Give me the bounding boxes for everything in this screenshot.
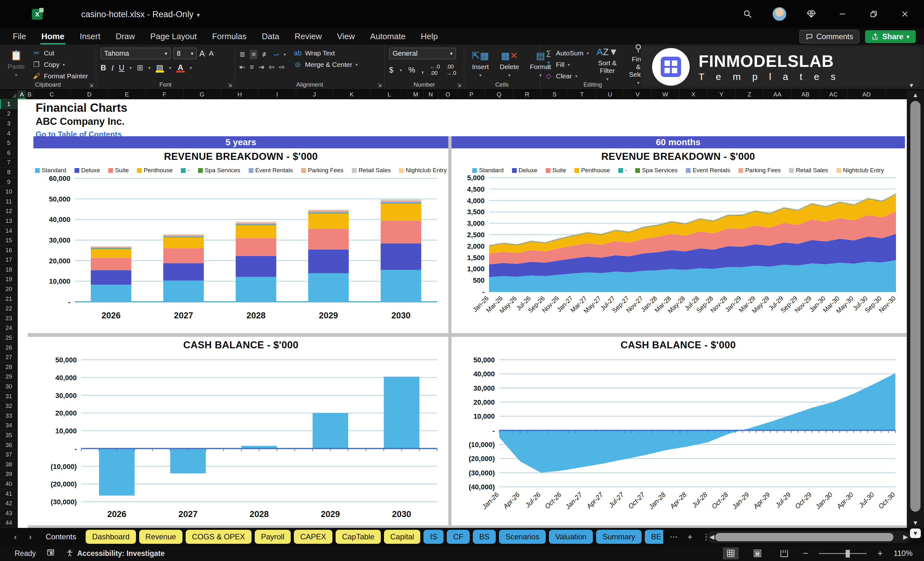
column-header-U[interactable]: U	[596, 90, 624, 99]
column-header-S[interactable]: S	[541, 90, 568, 99]
row-header-24[interactable]: 24	[0, 324, 18, 333]
clipboard-dialog-launcher[interactable]: ⇲	[89, 82, 93, 88]
row-header-18[interactable]: 18	[0, 265, 18, 275]
align-right-button[interactable]: ⇥	[258, 63, 264, 71]
cut-button[interactable]: ✂Cut	[33, 49, 88, 57]
fill-button[interactable]: ↧Fill▾	[544, 60, 589, 69]
row-header-7[interactable]: 7	[0, 158, 18, 168]
row-header-30[interactable]: 30	[0, 382, 18, 392]
comments-button[interactable]: Comments	[800, 30, 860, 43]
autosum-button[interactable]: ∑AutoSum▾	[544, 49, 589, 57]
row-header-11[interactable]: 11	[0, 197, 18, 207]
increase-decimal-button[interactable]: ←.0.00	[430, 64, 440, 76]
ribbon-tab-data[interactable]: Data	[254, 29, 287, 44]
row-header-28[interactable]: 28	[0, 362, 18, 372]
scroll-down-arrow[interactable]: ▼	[907, 519, 924, 526]
row-header-5[interactable]: 5	[0, 138, 18, 148]
copy-button[interactable]: ❐Copy▾	[33, 60, 88, 69]
row-header-39[interactable]: 39	[0, 470, 18, 480]
row-header-34[interactable]: 34	[0, 421, 18, 431]
premium-diamond-icon[interactable]	[805, 8, 818, 20]
row-header-12[interactable]: 12	[0, 207, 18, 216]
zoom-level[interactable]: 110%	[893, 549, 912, 558]
row-header-14[interactable]: 14	[0, 226, 18, 236]
row-header-8[interactable]: 8	[0, 168, 18, 177]
sheet-tab-captable[interactable]: CapTable	[336, 530, 381, 544]
wrap-text-button[interactable]: abWrap Text	[294, 49, 358, 57]
sheet-tab-summary[interactable]: Summary	[596, 530, 642, 544]
sheet-tab-bs[interactable]: BS	[473, 530, 496, 544]
ribbon-tab-help[interactable]: Help	[413, 29, 446, 44]
row-header-32[interactable]: 32	[0, 401, 18, 411]
column-header-F[interactable]: F	[146, 90, 183, 99]
column-header-C[interactable]: C	[33, 90, 70, 99]
search-icon[interactable]	[741, 8, 754, 20]
number-format-select[interactable]: General▾	[389, 48, 456, 59]
ribbon-tab-insert[interactable]: Insert	[72, 29, 108, 44]
column-header-AB[interactable]: AB	[792, 90, 820, 99]
column-header-M[interactable]: M	[408, 90, 423, 99]
row-header-43[interactable]: 43	[0, 508, 18, 518]
page-break-view-button[interactable]	[776, 547, 792, 560]
chart-cash-5y[interactable]: CASH BALANCE - $'000 (30,000)(20,000)(10…	[33, 337, 448, 525]
column-header-Y[interactable]: Y	[708, 90, 735, 99]
row-header-2[interactable]: 2	[0, 109, 18, 119]
column-header-X[interactable]: X	[680, 90, 708, 99]
row-header-13[interactable]: 13	[0, 216, 18, 226]
borders-button[interactable]: ⊞	[137, 63, 143, 72]
row-header-37[interactable]: 37	[0, 450, 18, 460]
row-header-9[interactable]: 9	[0, 177, 18, 187]
sort-filter-button[interactable]: AZ▼Sort & Filter▾	[593, 48, 621, 80]
scroll-down-arrow[interactable]: ▼	[910, 528, 921, 538]
font-name-select[interactable]: Tahoma▾	[100, 48, 171, 59]
sheet-tab-capex[interactable]: CAPEX	[294, 530, 332, 544]
row-header-26[interactable]: 26	[0, 343, 18, 353]
italic-button[interactable]: I	[111, 64, 114, 72]
new-sheet-button[interactable]: +	[684, 532, 695, 542]
sheet-tab-be[interactable]: BE	[645, 530, 663, 544]
sheet-tab-payroll[interactable]: Payroll	[255, 530, 291, 544]
ribbon-tab-view[interactable]: View	[329, 29, 362, 44]
close-button[interactable]	[898, 8, 911, 20]
row-header-19[interactable]: 19	[0, 275, 18, 285]
grow-font-button[interactable]: Aˆ	[200, 49, 206, 58]
column-header-T[interactable]: T	[568, 90, 596, 99]
row-header-44[interactable]: 44	[0, 518, 18, 528]
document-title[interactable]: casino-hotel.xlsx - Read-Only▾	[81, 9, 200, 20]
ribbon-tab-draw[interactable]: Draw	[108, 29, 142, 44]
font-dialog-launcher[interactable]: ⇲	[228, 82, 232, 88]
row-header-21[interactable]: 21	[0, 294, 18, 304]
horizontal-scrollbar[interactable]: ◀ ▶	[707, 531, 910, 543]
scroll-up-arrow[interactable]: ▲	[907, 92, 924, 99]
row-header-25[interactable]: 25	[0, 333, 18, 343]
row-header-38[interactable]: 38	[0, 460, 18, 470]
ribbon-tab-automate[interactable]: Automate	[362, 29, 413, 44]
align-left-button[interactable]: ⇤	[240, 63, 245, 71]
scroll-right-arrow[interactable]: ▶	[903, 533, 908, 541]
column-header-A[interactable]: A	[18, 90, 26, 99]
orientation-button[interactable]: ⥋	[273, 50, 279, 58]
normal-view-button[interactable]	[723, 547, 739, 560]
sheet-tab-revenue[interactable]: Revenue	[139, 530, 183, 544]
column-header-D[interactable]: D	[70, 90, 108, 99]
row-header-15[interactable]: 15	[0, 236, 18, 246]
zoom-out-button[interactable]: −	[803, 548, 808, 558]
font-size-select[interactable]: 8▾	[173, 48, 197, 59]
decrease-indent-button[interactable]: ⇦	[269, 63, 274, 71]
sheet-tab-valuation[interactable]: Valuation	[549, 530, 593, 544]
currency-button[interactable]: $	[389, 66, 393, 75]
row-header-41[interactable]: 41	[0, 489, 18, 499]
share-button[interactable]: Share ▾	[865, 30, 916, 43]
chart-cash-60m[interactable]: CASH BALANCE - $'000 (40,000)(30,000)(20…	[452, 337, 905, 525]
sheet-tab-cogs-opex[interactable]: COGS & OPEX	[186, 530, 252, 544]
sheet-nav-left[interactable]: ‹	[9, 532, 21, 542]
column-header-R[interactable]: R	[513, 90, 541, 99]
bar-chart[interactable]: (30,000)(20,000)(10,000)-10,00020,00030,…	[33, 351, 448, 523]
area-chart[interactable]: (40,000)(30,000)(20,000)(10,000)-10,0002…	[452, 351, 905, 524]
column-header-I[interactable]: I	[258, 90, 296, 99]
align-center-button[interactable]: ≡	[250, 63, 254, 71]
row-header-42[interactable]: 42	[0, 499, 18, 508]
column-header-K[interactable]: K	[333, 90, 370, 99]
ribbon-tab-home[interactable]: Home	[34, 29, 72, 44]
column-header-W[interactable]: W	[651, 90, 680, 99]
